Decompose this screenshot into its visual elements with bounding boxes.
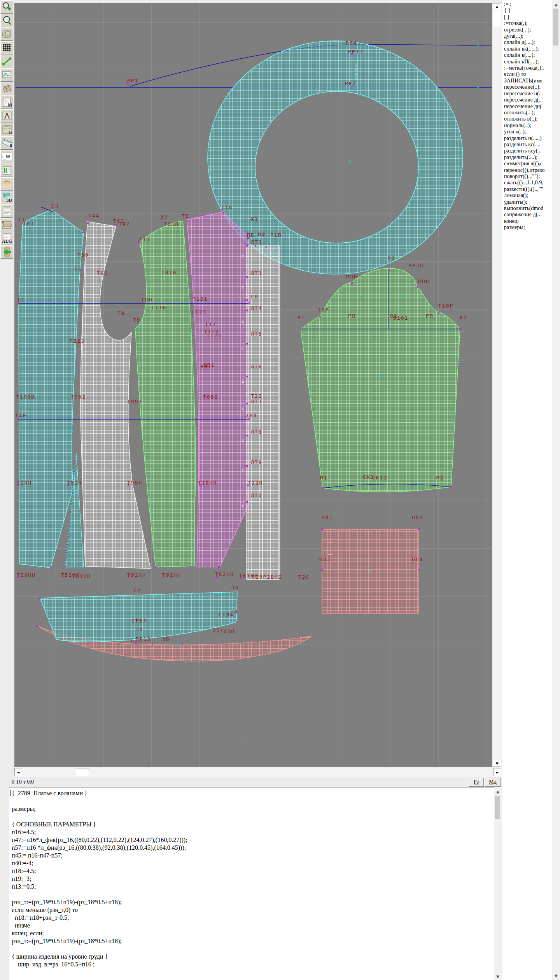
- control-point[interactable]: [351, 282, 353, 284]
- md-mode-button[interactable]: Мд: [485, 778, 501, 787]
- reference-point[interactable]: [191, 331, 192, 332]
- control-point[interactable]: [246, 299, 248, 301]
- editor-scroll-thumb[interactable]: [495, 796, 500, 819]
- editor-scroll-up-icon[interactable]: ▲: [494, 788, 502, 795]
- control-point[interactable]: [246, 403, 248, 404]
- command-item[interactable]: [ ]: [502, 14, 552, 20]
- model-photo-button[interactable]: [0, 177, 13, 191]
- command-item[interactable]: пересечение дн(: [502, 103, 552, 110]
- control-point[interactable]: [459, 328, 461, 330]
- command-item[interactable]: отложить в(..);: [502, 116, 552, 122]
- algorithm-editor[interactable]: { 2789 Платье с воланами } размеры; { ОС…: [9, 788, 494, 980]
- spec-text-button[interactable]: [0, 205, 13, 218]
- command-item[interactable]: разделить ксу(...: [502, 148, 552, 154]
- command-item[interactable]: сплайн д(....);: [502, 39, 552, 46]
- command-item[interactable]: :=метка(точка(,)..: [502, 65, 552, 71]
- reference-point[interactable]: [82, 267, 84, 268]
- measure-line-button[interactable]: [0, 55, 13, 68]
- docs-button[interactable]: [0, 218, 13, 231]
- control-point[interactable]: [246, 465, 248, 467]
- command-item[interactable]: нормаль(..);: [502, 122, 552, 129]
- rz-mode-button[interactable]: Рз: [469, 778, 484, 787]
- control-point[interactable]: [248, 418, 250, 420]
- alg-button[interactable]: ALG: [0, 232, 13, 245]
- control-point[interactable]: [388, 269, 390, 271]
- control-point[interactable]: [418, 528, 420, 530]
- command-item[interactable]: сплайн кП(....);: [502, 59, 552, 65]
- control-point[interactable]: [218, 566, 220, 568]
- editor-scrollbar[interactable]: ▲ ▼: [494, 788, 502, 980]
- sleeve-piece[interactable]: [301, 268, 460, 492]
- control-point[interactable]: [322, 487, 324, 489]
- command-item[interactable]: отрезок( , );: [502, 27, 552, 33]
- zoom-in-button[interactable]: [0, 0, 13, 14]
- control-point[interactable]: [417, 286, 418, 288]
- control-point[interactable]: [246, 501, 248, 503]
- command-item[interactable]: разделить(....);: [502, 154, 552, 161]
- reference-point[interactable]: [71, 430, 73, 432]
- control-point[interactable]: [321, 528, 323, 530]
- reference-point[interactable]: [177, 644, 178, 646]
- control-point[interactable]: [450, 486, 452, 488]
- control-point[interactable]: [246, 376, 248, 377]
- command-item[interactable]: сопряжение д(...: [502, 212, 552, 218]
- panel-scroll-thumb[interactable]: [553, 9, 558, 46]
- command-item[interactable]: пересечение н(..: [502, 91, 552, 97]
- control-point[interactable]: [319, 316, 321, 317]
- command-item[interactable]: угол к(..);: [502, 129, 552, 135]
- view-3d-button[interactable]: 3D: [0, 191, 13, 204]
- control-point[interactable]: [266, 247, 267, 248]
- control-point[interactable]: [82, 232, 84, 233]
- control-point[interactable]: [17, 418, 18, 420]
- scroll-right-arrow-icon[interactable]: ►: [494, 768, 501, 776]
- control-point[interactable]: [246, 310, 248, 311]
- panel-scroll-down-icon[interactable]: ▼: [552, 972, 560, 979]
- reference-point[interactable]: [379, 376, 381, 378]
- control-point[interactable]: [246, 435, 248, 436]
- scroll-up-arrow-icon[interactable]: ▲: [493, 3, 501, 10]
- canvas-vscroll-thumb[interactable]: [493, 11, 501, 27]
- command-item[interactable]: ломаная();: [502, 192, 552, 199]
- reference-point[interactable]: [418, 485, 420, 486]
- pattern-doc-button[interactable]: [0, 28, 13, 41]
- size-table-button[interactable]: [0, 164, 13, 177]
- command-item[interactable]: сжать(()..,1.1,0.9,: [502, 180, 552, 186]
- command-item[interactable]: удалить();: [502, 199, 552, 205]
- control-point[interactable]: [246, 276, 248, 278]
- reference-point[interactable]: [369, 570, 371, 572]
- command-item[interactable]: ЗАПИСАТЬ(имя=: [502, 78, 552, 84]
- canvas-hscroll-thumb[interactable]: [76, 768, 89, 776]
- control-point[interactable]: [321, 569, 323, 570]
- drafting-canvas[interactable]: РР4РР11РР1РР2Т1Т01Т3Т44Т41Т47Х2Т6Т61ПТ16…: [14, 3, 492, 767]
- command-item[interactable]: := ;: [502, 1, 552, 7]
- control-point[interactable]: [114, 224, 116, 226]
- control-point[interactable]: [36, 625, 38, 627]
- command-item[interactable]: выполнить(dmod: [502, 205, 552, 212]
- control-point[interactable]: [87, 222, 89, 224]
- scroll-down-arrow-icon[interactable]: ▼: [493, 760, 501, 767]
- drafting-tools-button[interactable]: [0, 109, 13, 122]
- front-panel-piece[interactable]: [187, 212, 248, 567]
- reference-point[interactable]: [150, 620, 151, 621]
- command-item[interactable]: сплайн к(....);: [502, 52, 552, 58]
- command-item[interactable]: пересечение д(..: [502, 97, 552, 103]
- control-point[interactable]: [236, 621, 237, 623]
- control-point[interactable]: [186, 220, 187, 221]
- control-point[interactable]: [418, 569, 420, 570]
- reference-point[interactable]: [77, 306, 79, 308]
- exit-button[interactable]: [0, 245, 13, 259]
- m-tool-button[interactable]: M: [0, 96, 13, 109]
- reference-point[interactable]: [135, 329, 136, 331]
- control-point[interactable]: [248, 303, 250, 304]
- command-item[interactable]: разделить н(.....): [502, 135, 552, 142]
- command-item[interactable]: поворот(()..."");: [502, 173, 552, 180]
- control-point[interactable]: [246, 245, 248, 247]
- panel-scrollbar[interactable]: ▲ ▼: [552, 0, 560, 980]
- editor-scroll-down-icon[interactable]: ▼: [494, 973, 502, 980]
- control-point[interactable]: [50, 567, 51, 569]
- control-point[interactable]: [17, 303, 18, 304]
- panel-scroll-up-icon[interactable]: ▲: [552, 1, 560, 8]
- reference-point[interactable]: [478, 87, 479, 88]
- control-point[interactable]: [300, 328, 301, 330]
- scroll-left-arrow-icon[interactable]: ◄: [14, 768, 22, 776]
